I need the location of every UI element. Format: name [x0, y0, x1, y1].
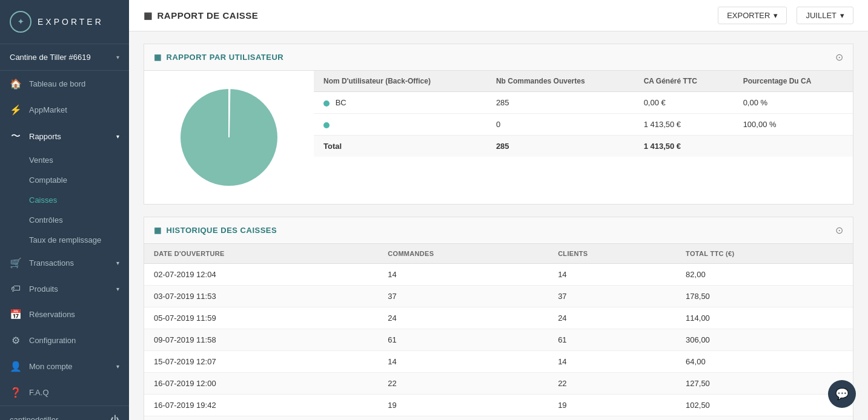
- sidebar-item-rapports[interactable]: 〜 Rapports ▾: [0, 123, 129, 150]
- hist-cell-commandes: 19: [378, 395, 548, 416]
- sidebar-label-tableau-de-bord: Tableau de bord: [29, 79, 85, 88]
- sub-label-caisses: Caisses: [29, 195, 57, 205]
- content-area: ▦ RAPPORT PAR UTILISATEUR ⊙: [129, 31, 868, 420]
- hist-cell-commandes: 61: [378, 329, 548, 351]
- reservations-icon: 📅: [10, 309, 22, 320]
- mon-compte-chevron-icon: ▾: [116, 363, 119, 370]
- rapports-chevron-icon: ▾: [116, 133, 119, 140]
- hist-cell-clients: 22: [548, 373, 676, 395]
- sidebar-sub-caisses[interactable]: Caisses: [0, 190, 129, 210]
- export-label: EXPORTER: [727, 11, 770, 20]
- sidebar-item-faq[interactable]: ❓ F.A.Q: [0, 379, 129, 405]
- sub-label-ventes: Ventes: [29, 156, 53, 165]
- sidebar-item-configuration[interactable]: ⚙ Configuration: [0, 327, 129, 353]
- sidebar-item-reservations[interactable]: 📅 Réservations: [0, 301, 129, 327]
- hist-cell-date: 03-07-2019 11:53: [144, 286, 378, 307]
- historique-section: ▦ HISTORIQUE DES CAISSES ⊙ DATE D'OUVERT…: [144, 217, 853, 420]
- hist-col-total: TOTAL TTC (€): [676, 244, 853, 264]
- rapport-layout: Nom D'utilisateur (Back-Office) Nb Comma…: [144, 71, 853, 204]
- hist-cell-date: 05-07-2019 11:59: [144, 307, 378, 329]
- sidebar-sub-comptable[interactable]: Comptable: [0, 170, 129, 190]
- appmarket-icon: ⚡: [10, 104, 22, 116]
- hist-cell-commandes: 37: [378, 286, 548, 307]
- hist-cell-clients: 61: [548, 329, 676, 351]
- table-row: 02-07-2019 12:04141482,00: [144, 264, 853, 286]
- pct-bc: 0,00 %: [734, 92, 853, 114]
- hist-cell-total: 127,50: [676, 373, 853, 395]
- total-label: Total: [314, 136, 486, 157]
- table-row: 16-07-2019 12:002222127,50: [144, 373, 853, 395]
- hist-cell-date: 09-07-2019 11:58: [144, 329, 378, 351]
- logout-icon[interactable]: ⏻: [110, 415, 119, 420]
- sidebar-item-tableau-de-bord[interactable]: 🏠 Tableau de bord: [0, 71, 129, 97]
- rapport-section-header: ▦ RAPPORT PAR UTILISATEUR ⊙: [144, 44, 853, 71]
- sidebar-item-produits[interactable]: 🏷 Produits ▾: [0, 276, 129, 301]
- sub-label-taux: Taux de remplissage: [29, 235, 101, 244]
- page-title-text: RAPPORT DE CAISSE: [157, 10, 259, 21]
- dashboard-icon: 🏠: [10, 78, 22, 90]
- hist-cell-total: 82,00: [676, 264, 853, 286]
- store-selector[interactable]: Cantine de Tiller #6619 ▾: [0, 44, 129, 71]
- pie-chart: [174, 83, 283, 192]
- total-commandes: 285: [486, 136, 634, 157]
- main-area: ▦ RAPPORT DE CAISSE EXPORTER ▾ JUILLET ▾…: [129, 0, 868, 420]
- logo-icon: ✦: [10, 11, 31, 33]
- topbar-actions: EXPORTER ▾ JUILLET ▾: [718, 7, 853, 24]
- hist-cell-total: 306,00: [676, 329, 853, 351]
- user-name-empty: [314, 114, 486, 136]
- ca-empty: 1 413,50 €: [634, 114, 734, 136]
- page-title-icon: ▦: [144, 10, 153, 21]
- commandes-empty: 0: [486, 114, 634, 136]
- month-button[interactable]: JUILLET ▾: [797, 7, 853, 24]
- hist-cell-clients: 24: [548, 307, 676, 329]
- rapport-collapse-button[interactable]: ⊙: [835, 51, 843, 63]
- hist-cell-clients: 30: [548, 416, 676, 421]
- hist-cell-commandes: 24: [378, 307, 548, 329]
- sidebar-label-transactions: Transactions: [29, 258, 74, 267]
- table-row: BC 285 0,00 € 0,00 %: [314, 92, 853, 114]
- store-name: Cantine de Tiller #6619: [10, 53, 91, 62]
- rapport-section-title: ▦ RAPPORT PAR UTILISATEUR: [154, 53, 283, 62]
- hist-cell-clients: 14: [548, 264, 676, 286]
- export-button[interactable]: EXPORTER ▾: [718, 7, 787, 24]
- hist-col-commandes: COMMANDES: [378, 244, 548, 264]
- sub-label-comptable: Comptable: [29, 176, 67, 185]
- transactions-icon: 🛒: [10, 257, 22, 269]
- hist-cell-total: 64,00: [676, 351, 853, 373]
- page-title: ▦ RAPPORT DE CAISSE: [144, 10, 258, 21]
- sub-label-controles: Contrôles: [29, 215, 63, 225]
- dot-indicator-2: [323, 122, 330, 128]
- hist-cell-commandes: 30: [378, 416, 548, 421]
- rapport-table-area: Nom D'utilisateur (Back-Office) Nb Comma…: [314, 71, 853, 204]
- topbar: ▦ RAPPORT DE CAISSE EXPORTER ▾ JUILLET ▾: [129, 0, 868, 31]
- produits-chevron-icon: ▾: [116, 286, 119, 292]
- table-row: 05-07-2019 11:592424114,00: [144, 307, 853, 329]
- historique-collapse-button[interactable]: ⊙: [835, 225, 843, 236]
- sidebar-sub-controles[interactable]: Contrôles: [0, 210, 129, 230]
- sidebar-label-produits: Produits: [29, 284, 58, 294]
- chat-button[interactable]: 💬: [828, 380, 856, 408]
- hist-cell-commandes: 22: [378, 373, 548, 395]
- historique-table: DATE D'OUVERTURE COMMANDES CLIENTS TOTAL…: [144, 244, 853, 420]
- sidebar-sub-taux[interactable]: Taux de remplissage: [0, 230, 129, 250]
- sidebar-label-reservations: Réservations: [29, 310, 75, 319]
- sidebar-item-transactions[interactable]: 🛒 Transactions ▾: [0, 250, 129, 276]
- historique-section-title: ▦ HISTORIQUE DES CAISSES: [154, 226, 277, 235]
- hist-cell-commandes: 14: [378, 351, 548, 373]
- sidebar-item-appmarket[interactable]: ⚡ AppMarket: [0, 97, 129, 123]
- hist-cell-date: 17-07-2019 11:00: [144, 416, 378, 421]
- table-row: 17-07-2019 11:003030440,50: [144, 416, 853, 421]
- commandes-bc: 285: [486, 92, 634, 114]
- sidebar: ✦ EXPORTER Cantine de Tiller #6619 ▾ 🏠 T…: [0, 0, 129, 420]
- col-nom: Nom D'utilisateur (Back-Office): [314, 71, 486, 92]
- produits-icon: 🏷: [10, 283, 22, 294]
- sidebar-sub-ventes[interactable]: Ventes: [0, 150, 129, 170]
- rapport-title-text: RAPPORT PAR UTILISATEUR: [167, 53, 284, 62]
- total-pct: [734, 136, 853, 157]
- sidebar-item-mon-compte[interactable]: 👤 Mon compte ▾: [0, 353, 129, 379]
- chat-icon: 💬: [835, 387, 849, 401]
- hist-cell-total: 114,00: [676, 307, 853, 329]
- historique-icon: ▦: [154, 226, 162, 235]
- rapport-table: Nom D'utilisateur (Back-Office) Nb Comma…: [314, 71, 853, 157]
- table-row: 03-07-2019 11:533737178,50: [144, 286, 853, 307]
